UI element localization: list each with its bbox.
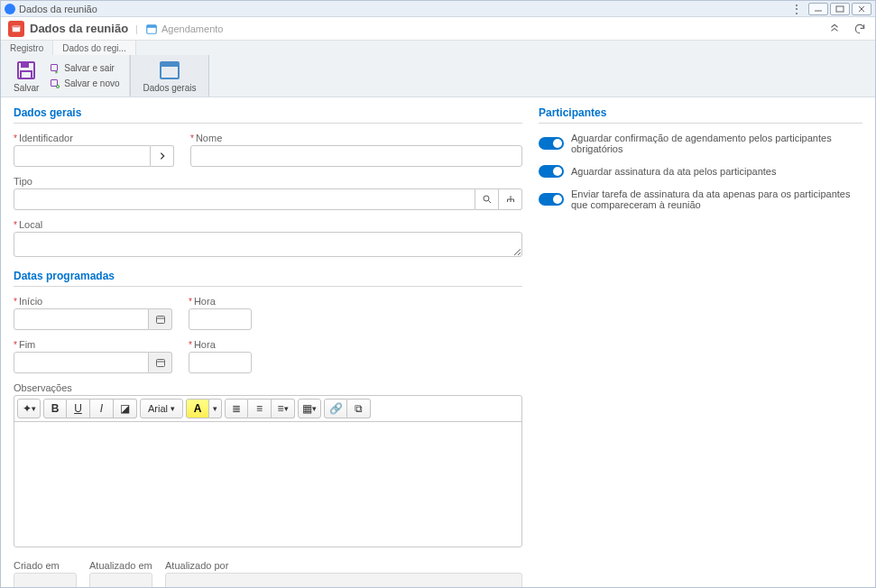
section-datas: Datas programadas (14, 270, 522, 287)
tree-icon (505, 194, 516, 205)
toggle-await-signature-label: Aguardar assinatura da ata pelos partici… (571, 166, 776, 177)
label-nome: *Nome (190, 133, 522, 143)
save-exit-button[interactable]: Salvar e sair (48, 62, 121, 75)
calendar-icon (145, 23, 158, 35)
rte-ol-button[interactable]: ≡ (248, 399, 272, 418)
local-input[interactable] (14, 232, 522, 257)
label-observacoes: Observações (14, 382, 522, 393)
rte-bold-button[interactable]: B (43, 399, 67, 418)
svg-line-17 (488, 201, 491, 204)
rte-magic-button[interactable]: ✦▾ (17, 399, 41, 418)
page-title: Dados da reunião (30, 22, 128, 35)
tab-registro[interactable]: Registro (1, 41, 53, 55)
save-icon (15, 60, 37, 81)
label-fim-hora: *Hora (189, 339, 252, 350)
svg-rect-7 (147, 24, 157, 27)
label-atualizado-por: Atualizado por (165, 560, 522, 571)
identificador-input[interactable] (14, 145, 151, 167)
rte-color-caret[interactable]: ▾ (209, 399, 222, 418)
fim-date-picker-button[interactable] (149, 352, 172, 373)
rte-eraser-button[interactable]: ◪ (114, 399, 137, 418)
fim-hora-input[interactable] (189, 352, 252, 373)
label-criado-em: Criado em (14, 560, 77, 571)
criado-em-input (14, 573, 77, 588)
rte-align-button[interactable]: ≡▾ (272, 399, 295, 418)
rte-font-selector[interactable]: Arial▾ (140, 399, 183, 418)
kebab-menu-icon[interactable]: ⋮ (788, 3, 805, 15)
rte-link-button[interactable]: 🔗 (324, 399, 347, 418)
module-icon (8, 21, 24, 37)
label-identificador: *Identificador (14, 133, 174, 143)
calendar-icon (155, 314, 166, 325)
list-ul-icon: ≣ (232, 402, 241, 415)
inicio-date-picker-button[interactable] (149, 308, 172, 330)
wand-icon: ✦ (23, 402, 32, 415)
svg-rect-12 (51, 79, 58, 86)
window-title: Dados da reunião (19, 4, 788, 14)
label-fim: *Fim (14, 339, 172, 350)
chevron-right-icon (158, 152, 167, 161)
rte-image-button[interactable]: ⧉ (347, 399, 371, 418)
rte-italic-button[interactable]: I (90, 399, 114, 418)
rich-text-editor: ✦▾ B U I ◪ Arial▾ A ▾ (14, 395, 522, 547)
toggle-confirm-schedule-label: Aguardar confirmação de agendamento pelo… (571, 133, 862, 154)
atualizado-em-input (89, 573, 152, 588)
toggle-confirm-schedule[interactable] (539, 137, 564, 150)
calendar-icon (155, 357, 166, 368)
form-icon (159, 60, 180, 81)
toggle-send-task-attendees-label: Enviar tarefa de assinatura da ata apena… (571, 188, 862, 210)
save-button[interactable]: Salvar (8, 60, 44, 93)
rte-underline-button[interactable]: U (67, 399, 90, 418)
section-participantes: Participantes (539, 106, 862, 124)
section-dados-gerais: Dados gerais (14, 106, 522, 124)
close-button[interactable] (852, 3, 871, 15)
label-local: *Local (14, 219, 522, 230)
schedule-link[interactable]: Agendamento (145, 23, 224, 35)
svg-rect-11 (51, 64, 58, 70)
label-inicio: *Início (14, 296, 172, 307)
save-new-button[interactable]: Salvar e novo (48, 78, 121, 90)
svg-rect-10 (21, 71, 32, 78)
nome-input[interactable] (190, 145, 522, 167)
rte-table-button[interactable]: ▦▾ (298, 399, 321, 418)
fim-date-input[interactable] (14, 352, 149, 373)
maximize-button[interactable] (830, 3, 850, 15)
separator: | (135, 23, 138, 34)
tipo-search-button[interactable] (475, 188, 499, 210)
svg-rect-25 (156, 360, 164, 367)
save-new-icon (50, 78, 60, 89)
label-tipo: Tipo (14, 176, 522, 187)
tipo-clear-button[interactable] (499, 188, 522, 210)
tab-dados-registro[interactable]: Dados do regi... (53, 41, 136, 55)
svg-rect-1 (836, 6, 844, 12)
list-ol-icon: ≡ (256, 402, 263, 415)
svg-point-16 (484, 196, 489, 201)
svg-rect-5 (13, 26, 20, 28)
label-atualizado-em: Atualizado em (89, 560, 152, 571)
tipo-input[interactable] (14, 188, 475, 210)
svg-rect-23 (156, 317, 164, 324)
identificador-expand-button[interactable] (151, 145, 174, 167)
search-icon (482, 194, 493, 205)
toggle-send-task-attendees[interactable] (539, 193, 564, 206)
eraser-icon: ◪ (120, 402, 130, 415)
inicio-date-input[interactable] (14, 308, 149, 330)
collapse-button[interactable] (826, 21, 843, 37)
toggle-await-signature[interactable] (539, 165, 564, 178)
link-icon: 🔗 (329, 402, 343, 415)
minimize-button[interactable] (808, 3, 828, 15)
table-icon: ▦ (302, 402, 312, 415)
align-icon: ≡ (278, 402, 284, 415)
image-icon: ⧉ (355, 402, 363, 415)
rte-content-area[interactable] (14, 422, 521, 547)
inicio-hora-input[interactable] (189, 308, 252, 330)
atualizado-por-input (165, 573, 522, 588)
svg-rect-9 (21, 62, 29, 68)
svg-rect-15 (161, 62, 179, 67)
dados-gerais-button[interactable]: Dados gerais (138, 60, 202, 93)
refresh-button[interactable] (852, 21, 868, 37)
app-icon (5, 4, 15, 14)
rte-ul-button[interactable]: ≣ (225, 399, 248, 418)
rte-color-button[interactable]: A (186, 399, 209, 418)
save-exit-icon (50, 63, 60, 74)
